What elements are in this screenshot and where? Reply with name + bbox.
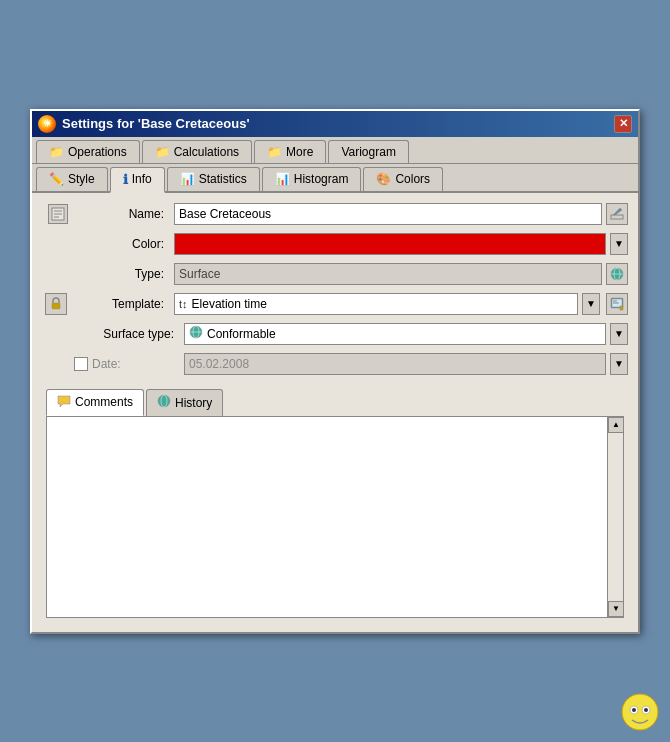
conformable-globe-icon <box>189 325 203 342</box>
history-icon <box>157 394 171 411</box>
svg-rect-4 <box>611 215 623 219</box>
tab-more[interactable]: 📁 More <box>254 140 326 163</box>
scroll-track <box>608 433 623 601</box>
comment-area: ▲ ▼ <box>46 416 624 618</box>
scrollbar: ▲ ▼ <box>607 417 623 617</box>
svg-rect-9 <box>52 303 60 309</box>
color-field: ▼ <box>174 233 628 255</box>
date-label: Date: <box>92 357 121 371</box>
color-picker[interactable] <box>174 233 606 255</box>
colors-icon: 🎨 <box>376 172 391 186</box>
window-title: Settings for 'Base Cretaceous' <box>62 116 614 131</box>
comments-icon <box>57 394 71 411</box>
content-area: Name: Color: ▼ Type: Surface <box>32 193 638 632</box>
tab-operations[interactable]: 📁 Operations <box>36 140 140 163</box>
surface-type-label: Surface type: <box>74 327 184 341</box>
tab-history[interactable]: History <box>146 389 223 416</box>
tab-calculations[interactable]: 📁 Calculations <box>142 140 252 163</box>
tab-comments[interactable]: Comments <box>46 389 144 416</box>
name-row: Name: <box>42 203 628 225</box>
color-row: Color: ▼ <box>42 233 628 255</box>
type-globe-icon <box>606 263 628 285</box>
color-dropdown-button[interactable]: ▼ <box>610 233 628 255</box>
type-row: Type: Surface <box>42 263 628 285</box>
app-icon: ☀ <box>38 115 56 133</box>
style-icon: ✏️ <box>49 172 64 186</box>
type-label: Type: <box>74 267 174 281</box>
bottom-tab-row: Comments History <box>42 383 628 416</box>
svg-point-20 <box>622 694 658 730</box>
histogram-icon: 📊 <box>275 172 290 186</box>
tab-variogram[interactable]: Variogram <box>328 140 408 163</box>
second-tab-row: ✏️ Style ℹ Info 📊 Statistics 📊 Histogram… <box>32 164 638 193</box>
folder-icon-more: 📁 <box>267 145 282 159</box>
svg-marker-5 <box>613 208 622 215</box>
name-field <box>174 203 628 225</box>
statistics-icon: 📊 <box>180 172 195 186</box>
name-label: Name: <box>74 207 174 221</box>
scroll-down-button[interactable]: ▼ <box>608 601 624 617</box>
comment-text[interactable] <box>47 417 607 617</box>
tab-info[interactable]: ℹ Info <box>110 167 165 193</box>
name-icon <box>48 204 68 224</box>
date-dropdown-arrow[interactable]: ▼ <box>610 353 628 375</box>
tab-statistics[interactable]: 📊 Statistics <box>167 167 260 191</box>
template-field: t↕ Elevation time ▼ <box>174 293 628 315</box>
name-edit-button[interactable] <box>606 203 628 225</box>
top-tab-row: 📁 Operations 📁 Calculations 📁 More Vario… <box>32 137 638 164</box>
date-checkbox[interactable] <box>74 357 88 371</box>
template-row: Template: t↕ Elevation time ▼ <box>42 293 628 315</box>
svg-point-24 <box>644 708 648 712</box>
info-icon: ℹ <box>123 172 128 187</box>
svg-point-23 <box>632 708 636 712</box>
date-value: 05.02.2008 <box>184 353 606 375</box>
template-label: Template: <box>74 297 174 311</box>
template-settings-button[interactable] <box>606 293 628 315</box>
svg-rect-14 <box>620 306 623 310</box>
template-dropdown-arrow[interactable]: ▼ <box>582 293 600 315</box>
scroll-up-button[interactable]: ▲ <box>608 417 624 433</box>
folder-icon-operations: 📁 <box>49 145 64 159</box>
surface-type-row: Surface type: Conformable ▼ <box>42 323 628 345</box>
date-row: Date: 05.02.2008 ▼ <box>42 353 628 375</box>
brand-logo <box>620 692 660 732</box>
tab-colors[interactable]: 🎨 Colors <box>363 167 443 191</box>
title-bar: ☀ Settings for 'Base Cretaceous' ✕ <box>32 111 638 137</box>
settings-window: ☀ Settings for 'Base Cretaceous' ✕ 📁 Ope… <box>30 109 640 634</box>
template-lock-icon[interactable] <box>45 293 67 315</box>
template-select-display[interactable]: t↕ Elevation time <box>174 293 578 315</box>
svg-point-18 <box>158 395 170 407</box>
surface-type-dropdown-arrow[interactable]: ▼ <box>610 323 628 345</box>
surface-type-select-display[interactable]: Conformable <box>184 323 606 345</box>
folder-icon-calculations: 📁 <box>155 145 170 159</box>
color-label: Color: <box>74 237 174 251</box>
date-field: 05.02.2008 ▼ <box>184 353 628 375</box>
name-input[interactable] <box>174 203 602 225</box>
elevation-time-icon: t↕ <box>179 298 188 310</box>
type-value: Surface <box>174 263 602 285</box>
tab-style[interactable]: ✏️ Style <box>36 167 108 191</box>
type-field: Surface <box>174 263 628 285</box>
template-select-area: t↕ Elevation time ▼ <box>174 293 600 315</box>
close-button[interactable]: ✕ <box>614 115 632 133</box>
surface-type-field: Conformable ▼ <box>184 323 628 345</box>
tab-histogram[interactable]: 📊 Histogram <box>262 167 362 191</box>
